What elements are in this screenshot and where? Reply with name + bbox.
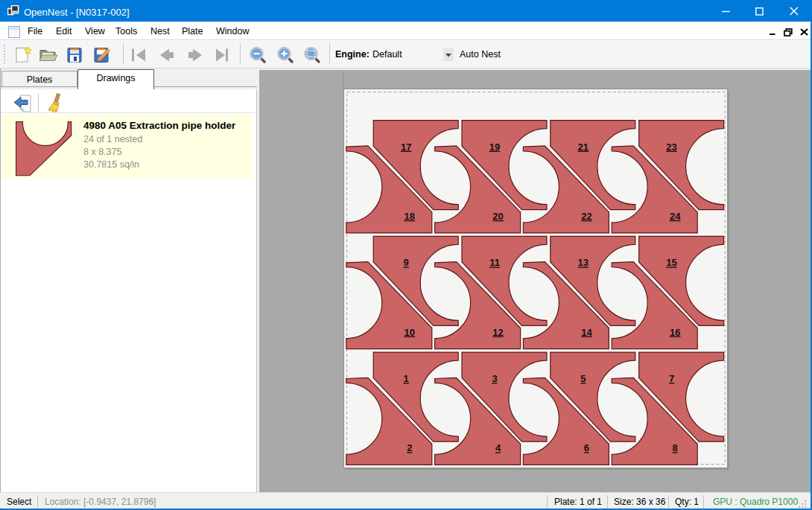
svg-text:8: 8 xyxy=(673,442,678,453)
svg-text:13: 13 xyxy=(578,257,589,268)
svg-text:14: 14 xyxy=(581,327,592,338)
svg-text:16: 16 xyxy=(670,327,680,338)
svg-text:5: 5 xyxy=(580,373,586,384)
svg-text:15: 15 xyxy=(666,257,676,268)
svg-text:24: 24 xyxy=(670,211,681,222)
svg-text:12: 12 xyxy=(492,327,503,338)
svg-text:21: 21 xyxy=(578,141,589,153)
svg-text:3: 3 xyxy=(492,373,497,384)
svg-text:4: 4 xyxy=(495,442,501,453)
svg-text:9: 9 xyxy=(404,257,409,268)
svg-text:10: 10 xyxy=(405,327,415,338)
svg-text:6: 6 xyxy=(584,442,589,453)
svg-text:20: 20 xyxy=(492,211,503,222)
svg-text:23: 23 xyxy=(666,141,676,153)
svg-text:1: 1 xyxy=(404,373,409,384)
svg-text:18: 18 xyxy=(405,211,415,222)
svg-text:17: 17 xyxy=(401,141,411,153)
svg-text:11: 11 xyxy=(489,257,500,268)
svg-text:19: 19 xyxy=(489,141,500,153)
svg-text:22: 22 xyxy=(581,211,591,222)
svg-text:2: 2 xyxy=(407,442,412,453)
svg-text:7: 7 xyxy=(669,373,674,384)
